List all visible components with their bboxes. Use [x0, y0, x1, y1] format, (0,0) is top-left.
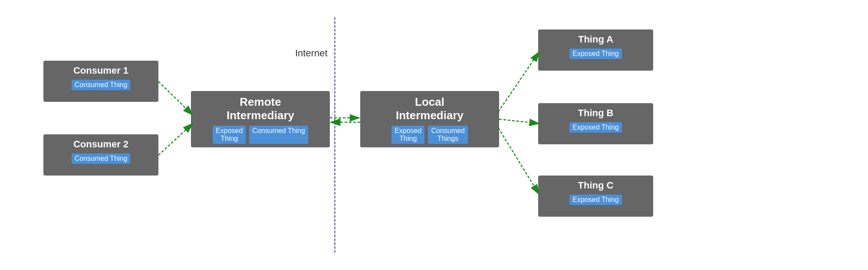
thing-a-node: Thing A Exposed Thing	[538, 29, 653, 71]
thing-c-badge: Exposed Thing	[569, 195, 621, 205]
arrow-local-to-thingC	[498, 128, 539, 194]
remote-intermediary-node: RemoteIntermediary ExposedThing Consumed…	[191, 91, 330, 147]
internet-divider	[334, 17, 335, 253]
remote-intermediary-title: RemoteIntermediary	[196, 95, 325, 122]
diagram-container: Internet Consumer 1 Consumed Thing Consu…	[0, 0, 868, 270]
remote-intermediary-badge1: ExposedThing	[213, 126, 246, 144]
consumer2-title: Consumer 2	[49, 139, 153, 150]
local-intermediary-badge2: ConsumedThings	[428, 126, 467, 144]
thing-a-title: Thing A	[543, 34, 648, 45]
consumer1-badge: Consumed Thing	[72, 80, 131, 90]
thing-b-badge: Exposed Thing	[569, 122, 621, 133]
arrow-local-to-thingA	[498, 52, 539, 112]
thing-b-node: Thing B Exposed Thing	[538, 103, 653, 144]
thing-c-title: Thing C	[543, 180, 648, 191]
local-intermediary-node: LocalIntermediary ExposedThing ConsumedT…	[360, 91, 499, 147]
consumer2-badge: Consumed Thing	[72, 153, 131, 164]
arrow-consumer1-to-remote	[158, 81, 193, 115]
thing-b-title: Thing B	[543, 107, 648, 119]
arrow-local-to-thingB	[499, 119, 539, 124]
local-intermediary-badge1: ExposedThing	[391, 126, 424, 144]
consumer1-node: Consumer 1 Consumed Thing	[43, 61, 158, 102]
consumer2-node: Consumer 2 Consumed Thing	[43, 134, 158, 176]
arrow-consumer2-to-remote	[158, 124, 193, 155]
internet-label: Internet	[295, 48, 328, 59]
thing-a-badge: Exposed Thing	[569, 49, 621, 59]
consumer1-title: Consumer 1	[49, 65, 153, 76]
local-intermediary-title: LocalIntermediary	[365, 95, 494, 122]
remote-intermediary-badge2: Consumed Thing	[249, 126, 308, 144]
thing-c-node: Thing C Exposed Thing	[538, 176, 653, 217]
